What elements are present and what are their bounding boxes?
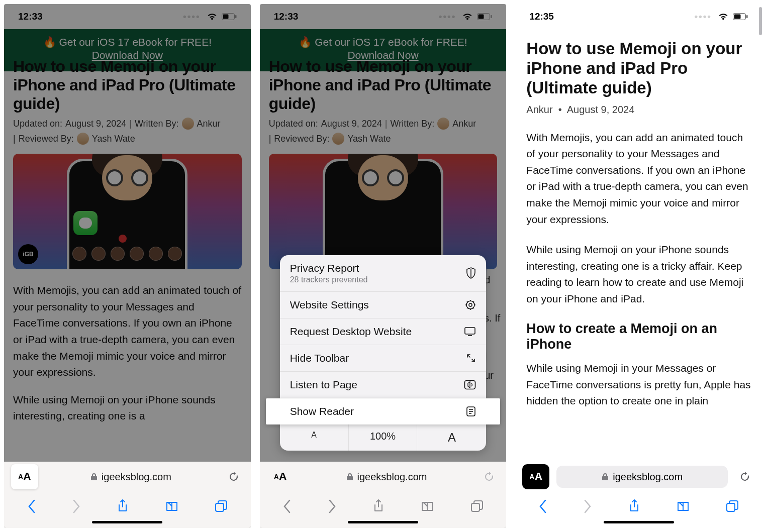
article-meta-row-1: Updated on: August 9, 2024 | Written By:… — [13, 118, 242, 130]
reader-view: How to use Memoji on your iPhone and iPa… — [515, 29, 762, 528]
author-name[interactable]: Ankur — [197, 119, 221, 129]
svg-rect-2 — [235, 15, 237, 18]
svg-rect-14 — [734, 15, 741, 19]
menu-show-reader[interactable]: Show Reader — [266, 398, 501, 424]
share-button — [372, 499, 385, 514]
website-settings-label: Website Settings — [290, 299, 369, 311]
address-bar[interactable]: igeeksblog.com — [556, 466, 728, 488]
menu-privacy-report[interactable]: Privacy Report 28 trackers prevented — [280, 255, 487, 292]
reviewed-by-label: Reviewed By: — [19, 134, 74, 144]
home-indicator[interactable] — [92, 521, 162, 523]
reload-button[interactable] — [224, 471, 244, 482]
reviewer-avatar — [77, 133, 89, 145]
safari-toolbar: AA igeeksblog.com — [260, 462, 507, 528]
menu-hide-toolbar[interactable]: Hide Toolbar — [280, 345, 487, 372]
updated-date: August 9, 2024 — [65, 119, 126, 129]
reviewer-name[interactable]: Yash Wate — [347, 134, 391, 144]
aa-popup-menu: Privacy Report 28 trackers prevented Web… — [280, 255, 487, 451]
updated-label: Updated on: — [269, 119, 318, 129]
address-bar[interactable]: igeeksblog.com — [38, 471, 224, 483]
article-title: How to use Memoji on your iPhone and iPa… — [13, 57, 242, 113]
back-button[interactable] — [27, 499, 36, 513]
reader-paragraph-2: While using Memoji on your iPhone sounds… — [526, 242, 751, 307]
author-name[interactable]: Ankur — [452, 119, 476, 129]
status-bar: 12:33 •••• — [260, 4, 507, 29]
banner-text: 🔥 Get our iOS 17 eBook for FREE! — [43, 36, 212, 48]
author-avatar — [437, 118, 449, 130]
menu-listen-to-page[interactable]: Listen to Page — [280, 372, 487, 398]
aa-menu-button[interactable]: AA — [267, 464, 294, 489]
status-bar: 12:35 •••• — [515, 4, 762, 29]
hero-image — [269, 154, 498, 269]
author-avatar — [182, 118, 194, 130]
menu-request-desktop[interactable]: Request Desktop Website — [280, 318, 487, 345]
aa-menu-button[interactable]: AA — [522, 464, 549, 489]
url-text: igeeksblog.com — [613, 471, 683, 483]
url-text: igeeksblog.com — [357, 471, 427, 483]
url-text: igeeksblog.com — [102, 471, 171, 483]
banner-text: 🔥 Get our iOS 17 eBook for FREE! — [299, 36, 467, 48]
reload-button[interactable] — [479, 471, 499, 482]
meta-separator: | — [13, 134, 16, 144]
shield-icon — [466, 267, 476, 279]
forward-button — [72, 499, 81, 513]
meta-separator: | — [129, 119, 132, 129]
share-button[interactable] — [628, 499, 640, 514]
article-meta-row-2: | Reviewed By: Yash Wate — [13, 133, 242, 145]
expand-icon — [466, 353, 476, 363]
svg-rect-16 — [727, 503, 735, 511]
hide-toolbar-label: Hide Toolbar — [290, 352, 349, 364]
share-button[interactable] — [117, 499, 129, 514]
battery-icon — [477, 13, 492, 20]
home-indicator[interactable] — [348, 521, 418, 523]
article-meta-row-2: | Reviewed By: Yash Wate — [269, 133, 498, 145]
reviewed-by-label: Reviewed By: — [274, 134, 329, 144]
back-button[interactable] — [538, 499, 547, 513]
reload-button[interactable] — [735, 471, 755, 482]
tabs-button[interactable] — [726, 500, 739, 513]
updated-date: August 9, 2024 — [321, 119, 382, 129]
reader-icon — [466, 406, 476, 417]
written-by-label: Written By: — [135, 119, 179, 129]
tabs-button[interactable] — [215, 500, 228, 513]
safari-toolbar: AA igeeksblog.com — [4, 462, 251, 528]
privacy-report-sub: 28 trackers prevented — [290, 275, 368, 284]
back-button — [282, 499, 292, 513]
desktop-icon — [464, 327, 476, 337]
zoom-in-button[interactable]: A — [417, 424, 486, 451]
status-time: 12:33 — [18, 11, 43, 22]
safari-toolbar: AA igeeksblog.com — [515, 462, 762, 528]
listen-label: Listen to Page — [290, 379, 357, 391]
svg-rect-6 — [491, 15, 492, 18]
reader-title: How to use Memoji on your iPhone and iPa… — [526, 39, 751, 98]
scroll-indicator[interactable] — [759, 7, 762, 35]
zoom-level[interactable]: 100% — [349, 424, 418, 451]
svg-point-8 — [469, 303, 472, 306]
svg-rect-15 — [746, 15, 748, 18]
svg-rect-3 — [216, 503, 224, 511]
request-desktop-label: Request Desktop Website — [290, 326, 412, 338]
bookmarks-button[interactable] — [165, 500, 179, 512]
reviewer-name[interactable]: Yash Wate — [92, 134, 135, 144]
tabs-button — [470, 500, 484, 513]
article-title: How to use Memoji on your iPhone and iPa… — [269, 57, 498, 113]
zoom-out-button[interactable]: A — [280, 424, 349, 451]
address-bar[interactable]: igeeksblog.com — [294, 471, 480, 483]
bookmarks-button — [420, 500, 434, 512]
lock-icon — [346, 473, 353, 481]
battery-icon — [222, 13, 237, 20]
status-time: 12:33 — [274, 11, 299, 22]
menu-website-settings[interactable]: Website Settings — [280, 292, 487, 318]
svg-rect-9 — [465, 328, 475, 334]
forward-button — [328, 499, 337, 513]
bookmarks-button[interactable] — [676, 500, 690, 512]
messages-icon — [73, 211, 98, 235]
reader-author: Ankur — [526, 104, 552, 115]
home-indicator[interactable] — [604, 521, 674, 523]
cellular-dots: •••• — [694, 11, 712, 22]
aa-menu-button[interactable]: AA — [11, 464, 38, 489]
screenshot-3: 12:35 •••• How to use Memoji on your iPh… — [515, 4, 762, 528]
lock-icon — [90, 473, 98, 481]
hero-image: iGB — [13, 154, 242, 269]
wifi-icon — [207, 13, 218, 21]
